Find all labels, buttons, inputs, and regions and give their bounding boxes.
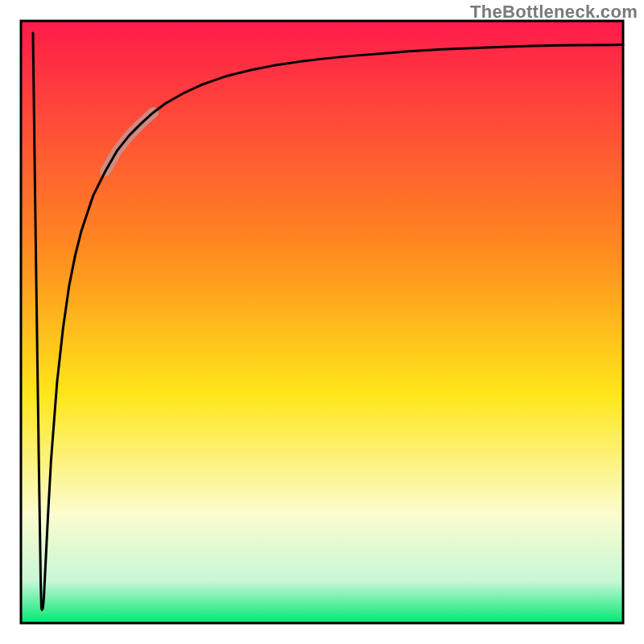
chart-background	[21, 21, 623, 623]
gradient-plot	[0, 0, 644, 644]
plot-area	[21, 21, 623, 623]
watermark-label: TheBottleneck.com	[470, 2, 638, 23]
chart-stage: TheBottleneck.com	[0, 0, 644, 644]
